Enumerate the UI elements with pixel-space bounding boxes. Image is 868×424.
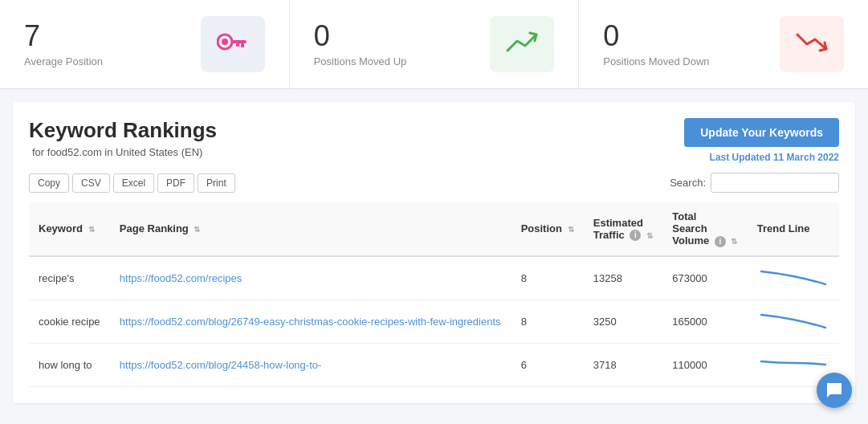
average-position-label: Average Position	[24, 55, 185, 67]
average-position-card: 7 Average Position	[0, 0, 290, 88]
cell-keyword: cookie recipe	[29, 300, 110, 343]
copy-button[interactable]: Copy	[29, 173, 69, 193]
main-content: Keyword Rankings for food52.com in Unite…	[13, 102, 855, 403]
csv-button[interactable]: CSV	[72, 173, 110, 193]
positions-moved-up-value: 0	[314, 22, 475, 51]
rankings-table: Keyword ⇅ Page Ranking ⇅ Position ⇅ Esti…	[29, 202, 839, 387]
svg-rect-4	[236, 43, 239, 47]
toolbar-buttons: Copy CSV Excel PDF Print	[29, 173, 235, 193]
cell-total-search-volume: 110000	[662, 343, 747, 386]
cell-page-ranking: https://food52.com/blog/24458-how-long-t…	[110, 343, 511, 386]
svg-rect-2	[232, 40, 247, 43]
key-icon-bg	[201, 16, 265, 72]
col-trend-line: Trend Line	[748, 202, 839, 256]
table-row: recipe'shttps://food52.com/recipes813258…	[29, 256, 839, 300]
positions-moved-down-value: 0	[603, 22, 764, 51]
positions-moved-up-label: Positions Moved Up	[314, 55, 475, 67]
cell-page-ranking: https://food52.com/recipes	[110, 256, 511, 300]
cell-total-search-volume: 165000	[662, 300, 747, 343]
col-estimated-traffic: EstimatedTraffic i ⇅	[584, 202, 662, 256]
arrow-up-icon-bg	[490, 16, 554, 72]
average-position-text: 7 Average Position	[24, 22, 185, 67]
cell-estimated-traffic: 13258	[584, 256, 662, 300]
page-ranking-sort-icon[interactable]: ⇅	[194, 225, 200, 234]
rankings-title-area: Keyword Rankings for food52.com in Unite…	[29, 118, 217, 158]
col-page-ranking: Page Ranking ⇅	[110, 202, 511, 256]
last-updated-date: 11 March 2022	[773, 152, 839, 163]
cell-page-ranking: https://food52.com/blog/26749-easy-chris…	[110, 300, 511, 343]
chat-icon	[825, 381, 843, 399]
table-row: how long tohttps://food52.com/blog/24458…	[29, 343, 839, 386]
cell-position: 6	[511, 343, 584, 386]
positions-moved-down-label: Positions Moved Down	[603, 55, 764, 67]
key-icon	[217, 31, 249, 57]
arrow-up-icon	[504, 30, 540, 59]
keyword-sort-icon[interactable]: ⇅	[88, 225, 95, 234]
update-keywords-button[interactable]: Update Your Keywords	[684, 118, 839, 147]
rankings-subtitle: for food52.com in United States (EN)	[29, 146, 217, 158]
toolbar: Copy CSV Excel PDF Print Search:	[29, 173, 839, 193]
col-position: Position ⇅	[511, 202, 584, 256]
trend-line-svg	[757, 308, 829, 332]
positions-moved-up-card: 0 Positions Moved Up	[290, 0, 580, 88]
cell-estimated-traffic: 3250	[584, 300, 662, 343]
rankings-title: Keyword Rankings	[29, 118, 217, 143]
arrow-down-icon-bg	[780, 16, 844, 72]
page-ranking-link[interactable]: https://food52.com/blog/24458-how-long-t…	[120, 359, 322, 371]
positions-moved-up-text: 0 Positions Moved Up	[314, 22, 475, 67]
positions-moved-down-text: 0 Positions Moved Down	[603, 22, 764, 67]
trend-line-svg	[757, 352, 829, 376]
cell-position: 8	[511, 256, 584, 300]
cell-position: 8	[511, 300, 584, 343]
cell-trend-line	[748, 300, 839, 343]
position-sort-icon[interactable]: ⇅	[568, 225, 574, 234]
excel-button[interactable]: Excel	[113, 173, 154, 193]
arrow-down-icon	[794, 30, 829, 59]
col-keyword: Keyword ⇅	[29, 202, 110, 256]
svg-point-1	[222, 39, 228, 45]
last-updated-label: Last Updated	[710, 152, 771, 163]
print-button[interactable]: Print	[198, 173, 235, 193]
cell-keyword: how long to	[29, 343, 110, 386]
svg-rect-3	[241, 43, 244, 47]
table-body: recipe'shttps://food52.com/recipes813258…	[29, 256, 839, 387]
trend-line-svg	[757, 265, 829, 289]
table-header-row: Keyword ⇅ Page Ranking ⇅ Position ⇅ Esti…	[29, 202, 839, 256]
total-search-volume-info-icon[interactable]: i	[715, 236, 726, 247]
average-position-value: 7	[24, 22, 185, 51]
table-row: cookie recipehttps://food52.com/blog/267…	[29, 300, 839, 343]
header-right: Update Your Keywords Last Updated 11 Mar…	[684, 118, 839, 163]
cell-total-search-volume: 673000	[662, 256, 747, 300]
top-cards-section: 7 Average Position 0 Positions Moved Up	[0, 0, 868, 89]
cell-estimated-traffic: 3718	[584, 343, 662, 386]
search-area: Search:	[670, 173, 839, 193]
page-ranking-link[interactable]: https://food52.com/blog/26749-easy-chris…	[120, 316, 501, 328]
search-label: Search:	[670, 177, 706, 189]
estimated-traffic-sort-icon[interactable]: ⇅	[646, 231, 653, 240]
estimated-traffic-info-icon[interactable]: i	[630, 230, 641, 241]
last-updated: Last Updated 11 March 2022	[684, 152, 839, 163]
cell-trend-line	[748, 256, 839, 300]
col-total-search-volume: TotalSearchVolume i ⇅	[662, 202, 747, 256]
chat-bubble[interactable]	[817, 373, 852, 408]
pdf-button[interactable]: PDF	[157, 173, 194, 193]
search-input[interactable]	[711, 173, 839, 193]
page-ranking-link[interactable]: https://food52.com/recipes	[120, 272, 242, 284]
positions-moved-down-card: 0 Positions Moved Down	[579, 0, 868, 88]
total-search-volume-sort-icon[interactable]: ⇅	[731, 237, 737, 246]
rankings-header: Keyword Rankings for food52.com in Unite…	[29, 118, 839, 163]
cell-keyword: recipe's	[29, 256, 110, 300]
